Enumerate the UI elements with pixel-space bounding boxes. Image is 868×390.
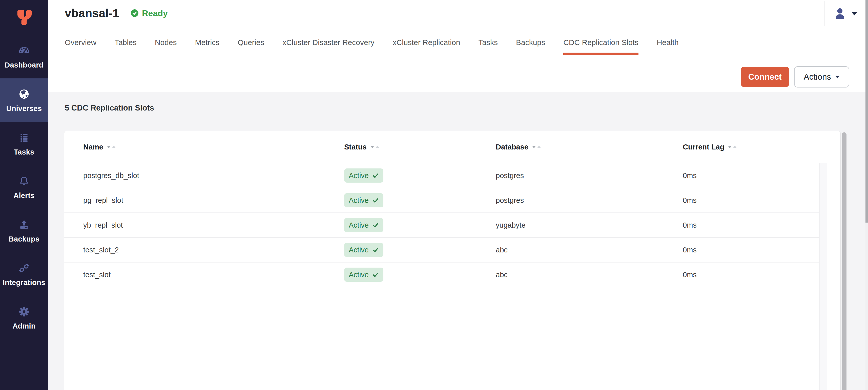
sort-arrows-icon[interactable]	[107, 146, 116, 148]
sidebar-item-label: Admin	[12, 322, 35, 330]
status-badge: Active	[344, 193, 383, 207]
sidebar-item-universes[interactable]: Universes	[0, 78, 48, 122]
status-label: Active	[349, 171, 369, 180]
sidebar-item-admin[interactable]: Admin	[0, 296, 48, 339]
database-name: abc	[496, 246, 683, 254]
slot-name: pg_repl_slot	[83, 196, 344, 205]
chevron-down-icon	[851, 12, 857, 15]
column-label: Current Lag	[683, 143, 724, 151]
slot-name: test_slot_2	[83, 246, 344, 254]
sidebar-item-tasks[interactable]: Tasks	[0, 122, 48, 165]
sidebar-item-alerts[interactable]: Alerts	[0, 165, 48, 209]
sidebar-item-label: Alerts	[13, 191, 34, 200]
tab-bar: Overview Tables Nodes Metrics Queries xC…	[65, 38, 679, 55]
column-header-status[interactable]: Status	[344, 143, 496, 151]
table-row[interactable]: yb_repl_slot Active yugabyte 0ms	[64, 213, 819, 238]
tab-tables[interactable]: Tables	[115, 38, 137, 55]
dashboard-gauge-icon	[18, 44, 30, 57]
current-lag: 0ms	[683, 271, 819, 279]
plug-icon	[18, 262, 30, 274]
sidebar-item-label: Universes	[6, 104, 42, 113]
upload-icon	[18, 218, 30, 231]
sidebar-item-integrations[interactable]: Integrations	[0, 252, 48, 296]
list-icon	[18, 131, 30, 144]
table-row[interactable]: pg_repl_slot Active postgres 0ms	[64, 188, 819, 213]
status-badge: Active	[344, 268, 383, 282]
current-lag: 0ms	[683, 246, 819, 254]
replication-slots-table-card: Name Status Database Current Lag postgre	[64, 131, 841, 390]
connect-button[interactable]: Connect	[741, 67, 789, 87]
column-label: Name	[83, 143, 103, 151]
page-scrollbar-thumb[interactable]	[865, 0, 868, 223]
table-row[interactable]: postgres_db_slot Active postgres 0ms	[64, 163, 819, 188]
tab-xcluster-replication[interactable]: xCluster Replication	[393, 38, 460, 55]
sort-arrows-icon[interactable]	[728, 146, 737, 148]
tab-queries[interactable]: Queries	[238, 38, 264, 55]
sort-arrows-icon[interactable]	[532, 146, 541, 148]
sidebar: Dashboard Universes Tasks	[0, 0, 48, 390]
sort-arrows-icon[interactable]	[370, 146, 379, 148]
page-scrollbar[interactable]	[865, 0, 868, 390]
check-icon	[372, 197, 379, 204]
section-heading: 5 CDC Replication Slots	[65, 103, 868, 112]
content-scrollbar-thumb[interactable]	[842, 132, 846, 390]
status-label: Active	[349, 221, 369, 229]
sidebar-item-label: Integrations	[3, 279, 45, 287]
sidebar-item-label: Backups	[9, 235, 39, 243]
app-logo[interactable]	[0, 0, 48, 35]
check-icon	[372, 222, 379, 228]
actions-button[interactable]: Actions	[794, 66, 849, 88]
table-row[interactable]: test_slot_2 Active abc 0ms	[64, 238, 819, 263]
tab-health[interactable]: Health	[657, 38, 679, 55]
tab-xcluster-disaster-recovery[interactable]: xCluster Disaster Recovery	[282, 38, 374, 55]
tab-metrics[interactable]: Metrics	[195, 38, 219, 55]
current-lag: 0ms	[683, 171, 819, 180]
current-lag: 0ms	[683, 221, 819, 229]
tab-backups[interactable]: Backups	[516, 38, 545, 55]
database-name: postgres	[496, 171, 683, 180]
column-header-name[interactable]: Name	[83, 143, 344, 151]
check-icon	[372, 271, 379, 278]
status-badge: Ready	[130, 8, 168, 18]
actions-button-label: Actions	[804, 72, 831, 82]
column-label: Database	[496, 143, 528, 151]
user-icon	[833, 7, 847, 21]
status-label: Active	[349, 196, 369, 205]
column-label: Status	[344, 143, 367, 151]
database-name: yugabyte	[496, 221, 683, 229]
table-header-row: Name Status Database Current Lag	[64, 131, 819, 163]
status-badge: Active	[344, 168, 383, 183]
tab-overview[interactable]: Overview	[65, 38, 96, 55]
gear-icon	[18, 305, 30, 318]
tab-tasks[interactable]: Tasks	[478, 38, 498, 55]
database-name: postgres	[496, 196, 683, 205]
sidebar-item-label: Dashboard	[5, 61, 43, 69]
sidebar-item-dashboard[interactable]: Dashboard	[0, 35, 48, 78]
check-icon	[372, 247, 379, 253]
status-label: Active	[349, 246, 369, 254]
universe-header: vbansal-1 Ready Overvie	[48, 0, 868, 91]
status-label: Active	[349, 271, 369, 279]
sidebar-item-label: Tasks	[14, 148, 34, 156]
chevron-down-icon	[835, 76, 840, 78]
tab-nodes[interactable]: Nodes	[155, 38, 177, 55]
tab-cdc-replication-slots[interactable]: CDC Replication Slots	[563, 38, 639, 55]
slot-name: yb_repl_slot	[83, 221, 344, 229]
column-header-database[interactable]: Database	[496, 143, 683, 151]
content-area: 5 CDC Replication Slots Name Status Data…	[48, 92, 868, 390]
main-area: vbansal-1 Ready Overvie	[48, 0, 868, 390]
globe-icon	[18, 88, 30, 100]
yugabyte-logo-icon	[14, 8, 34, 27]
current-lag: 0ms	[683, 196, 819, 205]
status-badge: Active	[344, 243, 383, 257]
table-scrollbar-track[interactable]	[819, 163, 827, 390]
user-menu[interactable]	[825, 1, 865, 26]
slot-name: postgres_db_slot	[83, 171, 344, 180]
status-badge: Active	[344, 218, 383, 232]
table-row[interactable]: test_slot Active abc 0ms	[64, 263, 819, 287]
check-icon	[372, 172, 379, 179]
status-label: Ready	[142, 8, 168, 18]
slot-name: test_slot	[83, 271, 344, 279]
column-header-current-lag[interactable]: Current Lag	[683, 143, 819, 151]
sidebar-item-backups[interactable]: Backups	[0, 209, 48, 252]
